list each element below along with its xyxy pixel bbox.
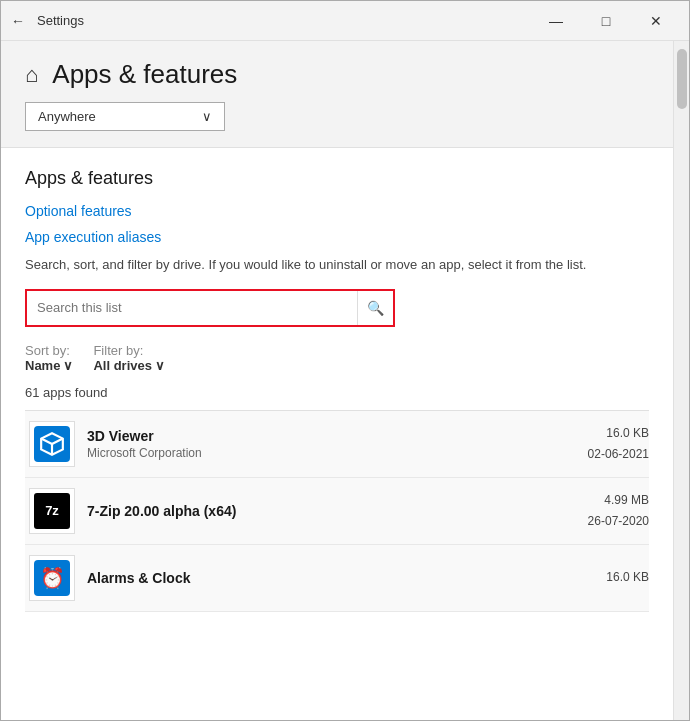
- list-item[interactable]: 3D Viewer Microsoft Corporation 16.0 KB …: [25, 411, 649, 478]
- app-date: 26-07-2020: [588, 511, 649, 531]
- settings-window: ← Settings — □ ✕ ⌂ Apps & features Anywh…: [0, 0, 690, 721]
- app-icon: 7z: [34, 493, 70, 529]
- page-title-row: ⌂ Apps & features: [25, 59, 649, 90]
- app-info: 7-Zip 20.00 alpha (x64): [87, 503, 588, 519]
- back-button[interactable]: ←: [11, 13, 25, 29]
- main-panel: ⌂ Apps & features Anywhere ∨ Apps & feat…: [1, 41, 673, 720]
- app-icon-wrap: [29, 421, 75, 467]
- anywhere-label: Anywhere: [38, 109, 96, 124]
- optional-features-link[interactable]: Optional features: [25, 203, 649, 219]
- app-size-date: 4.99 MB 26-07-2020: [588, 490, 649, 531]
- app-size-date: 16.0 KB 02-06-2021: [588, 423, 649, 464]
- search-icon: 🔍: [357, 291, 393, 325]
- app-name: 3D Viewer: [87, 428, 588, 444]
- title-bar: ← Settings — □ ✕: [1, 1, 689, 41]
- sort-label: Sort by: Name ∨: [25, 343, 73, 373]
- body-section: Apps & features Optional features App ex…: [1, 148, 673, 612]
- minimize-button[interactable]: —: [533, 6, 579, 36]
- app-size: 4.99 MB: [588, 490, 649, 510]
- dropdown-arrow-icon: ∨: [202, 109, 212, 124]
- app-icon: ⏰: [34, 560, 70, 596]
- app-execution-aliases-link[interactable]: App execution aliases: [25, 229, 649, 245]
- page-title: Apps & features: [52, 59, 237, 90]
- list-item[interactable]: ⏰ Alarms & Clock 16.0 KB: [25, 545, 649, 612]
- app-name: Alarms & Clock: [87, 570, 606, 586]
- maximize-button[interactable]: □: [583, 6, 629, 36]
- app-size-date: 16.0 KB: [606, 567, 649, 587]
- window-title: Settings: [37, 13, 533, 28]
- app-size: 16.0 KB: [588, 423, 649, 443]
- filter-dropdown[interactable]: All drives ∨: [93, 358, 165, 373]
- content-area: ⌂ Apps & features Anywhere ∨ Apps & feat…: [1, 41, 689, 720]
- home-icon: ⌂: [25, 62, 38, 88]
- app-list: 3D Viewer Microsoft Corporation 16.0 KB …: [25, 410, 649, 612]
- app-size: 16.0 KB: [606, 567, 649, 587]
- app-icon-wrap: 7z: [29, 488, 75, 534]
- app-date: 02-06-2021: [588, 444, 649, 464]
- description-text: Search, sort, and filter by drive. If yo…: [25, 255, 649, 275]
- app-icon-wrap: ⏰: [29, 555, 75, 601]
- section-title: Apps & features: [25, 168, 649, 189]
- sort-filter-row: Sort by: Name ∨ Filter by: All drives ∨: [25, 343, 649, 373]
- app-name: 7-Zip 20.00 alpha (x64): [87, 503, 588, 519]
- app-info: Alarms & Clock: [87, 570, 606, 586]
- scrollbar[interactable]: [673, 41, 689, 720]
- window-controls: — □ ✕: [533, 6, 679, 36]
- search-input[interactable]: [27, 300, 357, 315]
- apps-count: 61 apps found: [25, 385, 649, 400]
- app-info: 3D Viewer Microsoft Corporation: [87, 428, 588, 460]
- anywhere-dropdown[interactable]: Anywhere ∨: [25, 102, 225, 131]
- sort-dropdown[interactable]: Name ∨: [25, 358, 73, 373]
- filter-label: Filter by: All drives ∨: [93, 343, 165, 373]
- list-item[interactable]: 7z 7-Zip 20.00 alpha (x64) 4.99 MB 26-07…: [25, 478, 649, 545]
- search-box[interactable]: 🔍: [25, 289, 395, 327]
- header-section: ⌂ Apps & features Anywhere ∨: [1, 41, 673, 148]
- app-icon: [34, 426, 70, 462]
- close-button[interactable]: ✕: [633, 6, 679, 36]
- app-publisher: Microsoft Corporation: [87, 446, 588, 460]
- scrollbar-thumb[interactable]: [677, 49, 687, 109]
